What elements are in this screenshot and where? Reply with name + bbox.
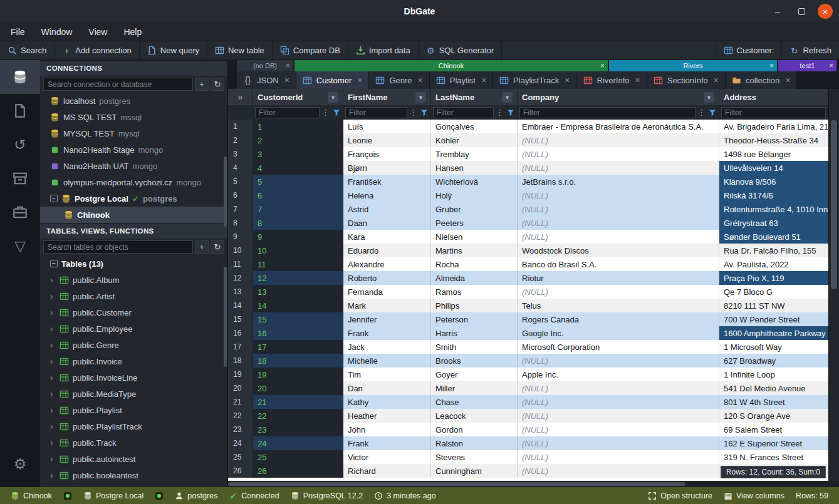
- cell-customerid[interactable]: 21: [253, 395, 343, 409]
- cell-company[interactable]: (NULL): [518, 147, 719, 161]
- row-number[interactable]: 21: [228, 395, 253, 409]
- filter-input-company[interactable]: [519, 107, 696, 118]
- cell-customerid[interactable]: 22: [253, 409, 343, 423]
- cell-lastname[interactable]: Almeida: [431, 271, 518, 285]
- column-header-customerid[interactable]: CustomerId▾: [253, 89, 343, 105]
- cell-company[interactable]: (NULL): [518, 216, 719, 230]
- row-number[interactable]: 9: [228, 230, 253, 244]
- cell-firstname[interactable]: František: [343, 175, 431, 188]
- menu-help[interactable]: Help: [115, 23, 150, 41]
- funnel-icon[interactable]: [419, 107, 429, 118]
- column-menu-button[interactable]: ▾: [704, 92, 714, 103]
- cell-customerid[interactable]: 5: [253, 175, 343, 188]
- row-number[interactable]: 2: [228, 133, 253, 147]
- cell-address[interactable]: Av. Brigadeiro Faria Lima, 2170: [719, 120, 828, 133]
- activitybar-item-history[interactable]: ↺: [0, 128, 40, 162]
- cell-customerid[interactable]: 15: [253, 312, 343, 326]
- minimize-button[interactable]: –: [770, 4, 785, 19]
- row-number[interactable]: 5: [228, 175, 253, 188]
- cell-company[interactable]: Riotur: [518, 271, 719, 285]
- table-item-public-customer[interactable]: ›public.Customer: [40, 304, 227, 321]
- row-number[interactable]: 4: [228, 161, 253, 175]
- column-menu-button[interactable]: ▾: [502, 92, 513, 103]
- close-icon[interactable]: ×: [565, 75, 570, 85]
- cell-lastname[interactable]: Leacock: [431, 409, 518, 423]
- connection-item-localhost[interactable]: localhostpostgres: [40, 93, 227, 109]
- cell-company[interactable]: Telus: [518, 299, 719, 312]
- filter-input-customerid[interactable]: [255, 107, 320, 118]
- cell-company[interactable]: Banco do Brasil S.A.: [518, 257, 719, 271]
- tab-playlisttrack[interactable]: PlaylistTrack×: [493, 71, 576, 89]
- cell-customerid[interactable]: 4: [253, 161, 343, 175]
- cell-company[interactable]: Microsoft Corporation: [518, 340, 719, 354]
- tab-collection[interactable]: collection×: [726, 71, 797, 89]
- row-number[interactable]: 16: [228, 326, 253, 340]
- cell-address[interactable]: 541 Del Medio Avenue: [719, 381, 828, 395]
- cell-lastname[interactable]: Gonçalves: [431, 120, 518, 133]
- cell-company[interactable]: (NULL): [518, 436, 719, 450]
- cell-address[interactable]: 319 N. Frances Street: [719, 450, 828, 464]
- cell-address[interactable]: 1600 Amphitheatre Parkway: [719, 326, 828, 340]
- cell-lastname[interactable]: Harris: [431, 326, 518, 340]
- cell-firstname[interactable]: Roberto: [343, 271, 431, 285]
- toolbar-button-sql-generator[interactable]: ⚙SQL Generator: [419, 41, 503, 59]
- cell-firstname[interactable]: Jack: [343, 340, 431, 354]
- cell-address[interactable]: 700 W Pender Street: [719, 312, 828, 326]
- cell-lastname[interactable]: Martins: [431, 244, 518, 257]
- close-icon[interactable]: ×: [635, 75, 640, 85]
- tab-genre[interactable]: Genre×: [369, 71, 429, 89]
- table-search-input[interactable]: [43, 240, 193, 254]
- activitybar-item-files[interactable]: [0, 94, 40, 128]
- cell-address[interactable]: Klanova 9/506: [719, 175, 828, 188]
- table-item-public-invoiceline[interactable]: ›public.InvoiceLine: [40, 369, 227, 386]
- close-icon[interactable]: ×: [284, 75, 289, 85]
- cell-lastname[interactable]: Ramos: [431, 285, 518, 299]
- cell-firstname[interactable]: Heather: [343, 409, 431, 423]
- status-open-structure[interactable]: Open structure: [642, 491, 718, 500]
- table-item-public-autoinctest[interactable]: ›public.autoinctest: [40, 451, 227, 467]
- menu-view[interactable]: View: [80, 23, 115, 41]
- cell-company[interactable]: (NULL): [518, 230, 719, 244]
- connection-item-nano2health-stage[interactable]: Nano2Health Stagemongo: [40, 141, 227, 158]
- close-icon[interactable]: ×: [714, 75, 719, 85]
- table-item-public-album[interactable]: ›public.Album: [40, 272, 227, 288]
- cell-lastname[interactable]: Holý: [431, 188, 518, 202]
- connection-item-postgre-local[interactable]: −Postgre Local✓postgres: [40, 190, 227, 207]
- toolbar-button-refresh[interactable]: ↻Refresh: [781, 41, 839, 59]
- cell-firstname[interactable]: Leonie: [343, 133, 431, 147]
- connection-item-mysql-test[interactable]: MYSQL TESTmysql: [40, 125, 227, 141]
- status-view-columns[interactable]: ▦View columns: [718, 491, 790, 500]
- expand-all-button[interactable]: »: [228, 89, 253, 105]
- cell-company[interactable]: (NULL): [518, 188, 719, 202]
- cell-address[interactable]: Rilská 3174/6: [719, 188, 828, 202]
- column-menu-button[interactable]: ▾: [328, 92, 338, 103]
- cell-customerid[interactable]: 24: [253, 436, 343, 450]
- cell-firstname[interactable]: Mark: [343, 299, 431, 312]
- cell-lastname[interactable]: Smith: [431, 340, 518, 354]
- cell-customerid[interactable]: 1: [253, 120, 343, 133]
- tables-group-row[interactable]: −Tables (13): [40, 255, 227, 272]
- cell-customerid[interactable]: 12: [253, 271, 343, 285]
- horizontal-scrollbar[interactable]: [228, 481, 839, 487]
- close-icon[interactable]: ×: [829, 61, 833, 70]
- cell-address[interactable]: 162 E Superior Street: [719, 436, 828, 450]
- cell-address[interactable]: Sønder Boulevard 51: [719, 230, 828, 244]
- cell-address[interactable]: Grétrystraat 63: [719, 216, 828, 230]
- cell-address[interactable]: 69 Salem Street: [719, 423, 828, 436]
- cell-firstname[interactable]: Michelle: [343, 354, 431, 368]
- cell-customerid[interactable]: 26: [253, 464, 343, 478]
- dbgroup-tab-test1[interactable]: test1×: [778, 60, 836, 71]
- column-menu-button[interactable]: ▾: [415, 92, 426, 103]
- cell-customerid[interactable]: 6: [253, 188, 343, 202]
- cell-lastname[interactable]: Goyer: [431, 368, 518, 381]
- cell-company[interactable]: Rogers Canada: [518, 312, 719, 326]
- cell-firstname[interactable]: Luís: [343, 120, 431, 133]
- row-number[interactable]: 26: [228, 464, 253, 478]
- close-icon[interactable]: ×: [286, 61, 290, 70]
- row-number[interactable]: 17: [228, 340, 253, 354]
- table-item-public-invoice[interactable]: ›public.Invoice: [40, 353, 227, 369]
- cell-company[interactable]: (NULL): [518, 161, 719, 175]
- funnel-icon[interactable]: [331, 107, 341, 118]
- cell-firstname[interactable]: Alexandre: [343, 257, 431, 271]
- cell-lastname[interactable]: Gruber: [431, 202, 518, 216]
